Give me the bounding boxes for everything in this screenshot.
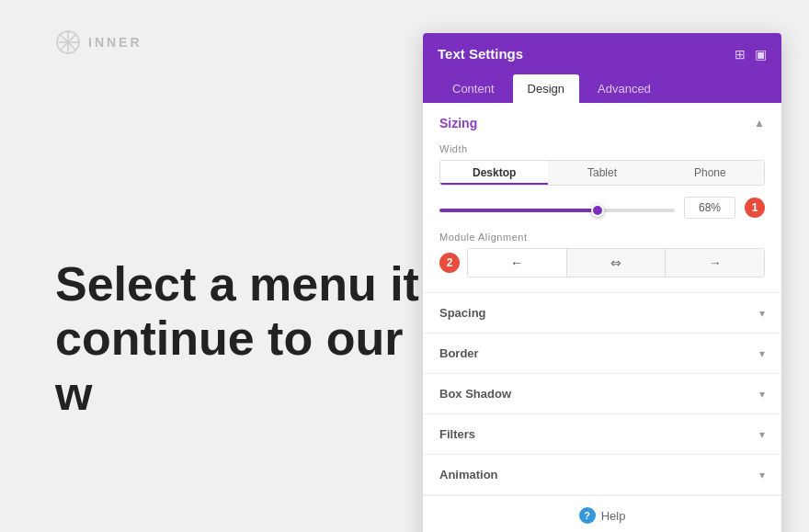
sizing-header[interactable]: Sizing ▲: [423, 103, 781, 143]
device-tab-tablet[interactable]: Tablet: [548, 161, 655, 185]
animation-section: Animation ▾: [423, 455, 781, 495]
panel-title: Text Settings: [438, 46, 523, 62]
tab-content[interactable]: Content: [438, 74, 509, 103]
border-section: Border ▾: [423, 334, 781, 374]
border-title: Border: [439, 346, 479, 360]
filters-header[interactable]: Filters ▾: [423, 414, 781, 454]
logo-text: INNER: [88, 35, 142, 50]
boxshadow-header[interactable]: Box Shadow ▾: [423, 374, 781, 413]
animation-header[interactable]: Animation ▾: [423, 455, 781, 494]
panel-footer: ? Help: [423, 495, 781, 532]
align-right-btn[interactable]: →: [666, 249, 764, 277]
sizing-content: Width Desktop Tablet Phone 68% 1 Module …: [423, 143, 781, 292]
border-header[interactable]: Border ▾: [423, 334, 781, 373]
help-icon: ?: [579, 507, 596, 524]
help-link[interactable]: ? Help: [434, 507, 770, 524]
boxshadow-title: Box Shadow: [439, 387, 511, 401]
logo-icon: [55, 29, 81, 55]
spacing-title: Spacing: [439, 306, 486, 320]
sizing-section: Sizing ▲ Width Desktop Tablet Phone 68: [423, 103, 781, 293]
panel-tabs: Content Design Advanced: [423, 74, 781, 103]
grid-icon[interactable]: ⊞: [735, 47, 746, 62]
sizing-title: Sizing: [439, 116, 477, 130]
settings-panel: Text Settings ⊞ ▣ Content Design Advance…: [423, 33, 781, 532]
width-slider[interactable]: [439, 209, 675, 212]
filters-section: Filters ▾: [423, 414, 781, 455]
boxshadow-arrow: ▾: [759, 388, 765, 401]
badge-2: 2: [439, 253, 460, 273]
panel-header: Text Settings ⊞ ▣: [423, 33, 781, 74]
device-tab-phone[interactable]: Phone: [656, 161, 764, 185]
slider-wrap: [439, 199, 675, 216]
spacing-section: Spacing ▾: [423, 293, 781, 334]
spacing-header[interactable]: Spacing ▾: [423, 293, 781, 333]
expand-icon[interactable]: ▣: [755, 47, 767, 62]
sizing-arrow: ▲: [754, 117, 765, 130]
animation-title: Animation: [439, 468, 498, 481]
filters-title: Filters: [439, 427, 475, 441]
device-tabs: Desktop Tablet Phone: [439, 160, 765, 186]
badge-1: 1: [745, 198, 765, 218]
align-buttons: ← ⇔ →: [467, 248, 765, 277]
device-tab-desktop[interactable]: Desktop: [440, 161, 548, 185]
module-alignment-label: Module Alignment: [439, 232, 765, 243]
filters-arrow: ▾: [759, 428, 765, 441]
boxshadow-section: Box Shadow ▾: [423, 374, 781, 414]
logo-area: INNER: [55, 29, 142, 55]
page-headline: Select a menu it continue to our w: [55, 257, 441, 422]
animation-arrow: ▾: [759, 469, 765, 481]
panel-body: Sizing ▲ Width Desktop Tablet Phone 68: [423, 103, 781, 532]
tab-advanced[interactable]: Advanced: [583, 74, 666, 103]
tab-design[interactable]: Design: [513, 74, 579, 103]
help-label: Help: [601, 509, 626, 523]
align-row: 2 ← ⇔ →: [439, 248, 765, 277]
width-value-input[interactable]: 68%: [684, 197, 735, 219]
border-arrow: ▾: [759, 347, 765, 360]
align-left-btn[interactable]: ←: [468, 249, 567, 277]
align-center-btn[interactable]: ⇔: [567, 249, 667, 277]
spacing-arrow: ▾: [759, 307, 765, 320]
width-label: Width: [439, 143, 765, 154]
panel-header-icons: ⊞ ▣: [735, 47, 767, 62]
width-slider-row: 68% 1: [439, 197, 765, 219]
